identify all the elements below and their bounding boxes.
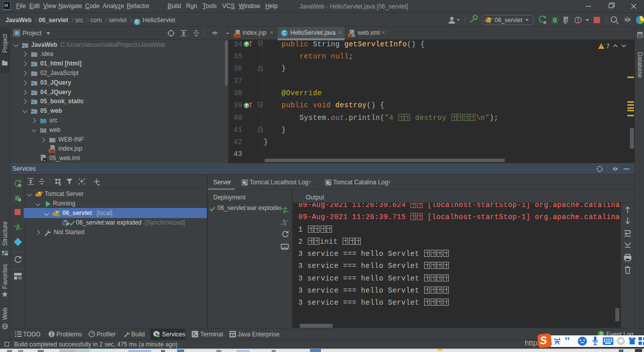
svg-text:K: K bbox=[350, 34, 352, 37]
svg-text:06_servlet: 06_servlet bbox=[495, 17, 523, 24]
svg-text:7: 7 bbox=[606, 43, 610, 50]
